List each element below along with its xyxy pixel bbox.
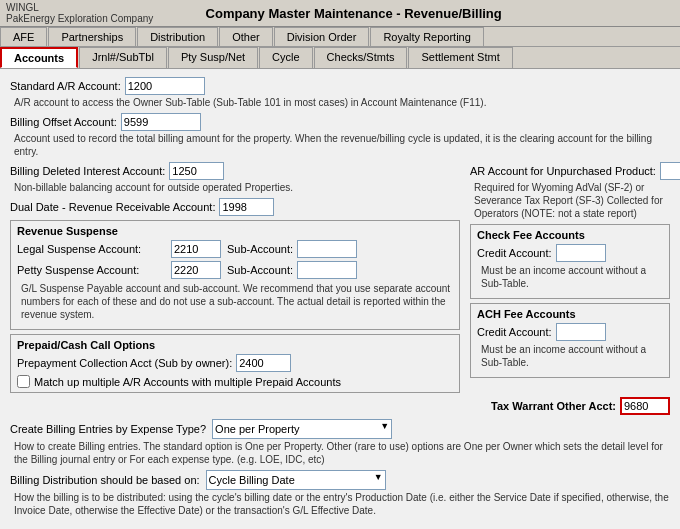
check-fee-credit-input[interactable]: [556, 244, 606, 262]
window-title: Company Master Maintenance - Revenue/Bil…: [153, 6, 554, 21]
billing-deleted-input[interactable]: [169, 162, 224, 180]
petty-sub-label: Sub-Account:: [227, 264, 293, 276]
billing-deleted-label: Billing Deleted Interest Account:: [10, 165, 165, 177]
standard-ar-hint: A/R account to access the Owner Sub-Tabl…: [14, 96, 670, 109]
tab-cycle[interactable]: Cycle: [259, 47, 313, 68]
legal-sub-label: Sub-Account:: [227, 243, 293, 255]
petty-suspense-label: Petty Suspense Account:: [17, 264, 167, 276]
app-name: WINGL: [6, 2, 153, 13]
company-name: PakEnergy Exploration Company: [6, 13, 153, 24]
match-checkbox[interactable]: [17, 375, 30, 388]
billing-offset-input[interactable]: [121, 113, 201, 131]
tab-other[interactable]: Other: [219, 27, 273, 46]
tab-row-2: Accounts Jrnl#/SubTbl Pty Susp/Net Cycle…: [0, 47, 680, 69]
billing-deleted-hint: Non-billable balancing account for outsi…: [14, 181, 460, 194]
ach-fee-title: ACH Fee Accounts: [477, 308, 663, 320]
create-billing-label: Create Billing Entries by Expense Type?: [10, 423, 206, 435]
legal-sub-input[interactable]: [297, 240, 357, 258]
tab-settlement-stmt[interactable]: Settlement Stmt: [408, 47, 512, 68]
prepayment-input[interactable]: [236, 354, 291, 372]
tab-distribution[interactable]: Distribution: [137, 27, 218, 46]
legal-suspense-label: Legal Suspense Account:: [17, 243, 167, 255]
check-fee-title: Check Fee Accounts: [477, 229, 663, 241]
ar-unpurchased-label: AR Account for Unpurchased Product:: [470, 165, 656, 177]
dual-date-label: Dual Date - Revenue Receivable Account:: [10, 201, 215, 213]
tab-royalty-reporting[interactable]: Royalty Reporting: [370, 27, 483, 46]
billing-dist-hint: How the billing is to be distributed: us…: [14, 491, 670, 517]
tab-partnerships[interactable]: Partnerships: [48, 27, 136, 46]
revenue-suspense-title: Revenue Suspense: [17, 225, 453, 237]
main-content: Standard A/R Account: A/R account to acc…: [0, 69, 680, 528]
check-fee-section: Check Fee Accounts Credit Account: Must …: [470, 224, 670, 299]
match-label: Match up multiple A/R Accounts with mult…: [34, 376, 341, 388]
title-bar: WINGL PakEnergy Exploration Company Comp…: [0, 0, 680, 27]
petty-suspense-input[interactable]: [171, 261, 221, 279]
revenue-suspense-section: Revenue Suspense Legal Suspense Account:…: [10, 220, 460, 330]
tab-afe[interactable]: AFE: [0, 27, 47, 46]
tab-jrnl-subtbl[interactable]: Jrnl#/SubTbl: [79, 47, 167, 68]
prepayment-label: Prepayment Collection Acct (Sub by owner…: [17, 357, 232, 369]
tab-accounts[interactable]: Accounts: [0, 47, 78, 68]
petty-sub-input[interactable]: [297, 261, 357, 279]
create-billing-dropdown[interactable]: One per Property One per Owner For each …: [212, 419, 392, 439]
revenue-hint: G/L Suspense Payable account and sub-acc…: [21, 282, 453, 321]
check-fee-credit-label: Credit Account:: [477, 247, 552, 259]
tab-row-1: AFE Partnerships Distribution Other Divi…: [0, 27, 680, 47]
ach-fee-credit-label: Credit Account:: [477, 326, 552, 338]
app-info: WINGL PakEnergy Exploration Company: [6, 2, 153, 24]
tax-warrant-label: Tax Warrant Other Acct:: [491, 400, 616, 412]
tab-pty-susp-net[interactable]: Pty Susp/Net: [168, 47, 258, 68]
standard-ar-label: Standard A/R Account:: [10, 80, 121, 92]
ach-fee-credit-input[interactable]: [556, 323, 606, 341]
billing-offset-label: Billing Offset Account:: [10, 116, 117, 128]
billing-dist-dropdown-wrapper: Cycle Billing Date Production Date G/L E…: [206, 470, 386, 490]
create-billing-dropdown-wrapper: One per Property One per Owner For each …: [212, 419, 392, 439]
standard-ar-input[interactable]: [125, 77, 205, 95]
create-billing-hint: How to create Billing entries. The stand…: [14, 440, 670, 466]
prepaid-title: Prepaid/Cash Call Options: [17, 339, 453, 351]
ach-fee-section: ACH Fee Accounts Credit Account: Must be…: [470, 303, 670, 378]
ar-unpurchased-input[interactable]: [660, 162, 680, 180]
billing-dist-dropdown[interactable]: Cycle Billing Date Production Date G/L E…: [206, 470, 386, 490]
legal-suspense-input[interactable]: [171, 240, 221, 258]
tax-warrant-row: Tax Warrant Other Acct:: [10, 397, 670, 415]
billing-offset-hint: Account used to record the total billing…: [14, 132, 670, 158]
ar-unpurchased-hint: Required for Wyoming AdVal (SF-2) or Sev…: [474, 181, 670, 220]
check-fee-hint: Must be an income account without a Sub-…: [481, 264, 663, 290]
prepaid-section: Prepaid/Cash Call Options Prepayment Col…: [10, 334, 460, 393]
dual-date-input[interactable]: [219, 198, 274, 216]
tab-division-order[interactable]: Division Order: [274, 27, 370, 46]
billing-dist-label: Billing Distribution should be based on:: [10, 474, 200, 486]
tax-warrant-input[interactable]: [620, 397, 670, 415]
ach-fee-hint: Must be an income account without a Sub-…: [481, 343, 663, 369]
tab-checks-stmts[interactable]: Checks/Stmts: [314, 47, 408, 68]
